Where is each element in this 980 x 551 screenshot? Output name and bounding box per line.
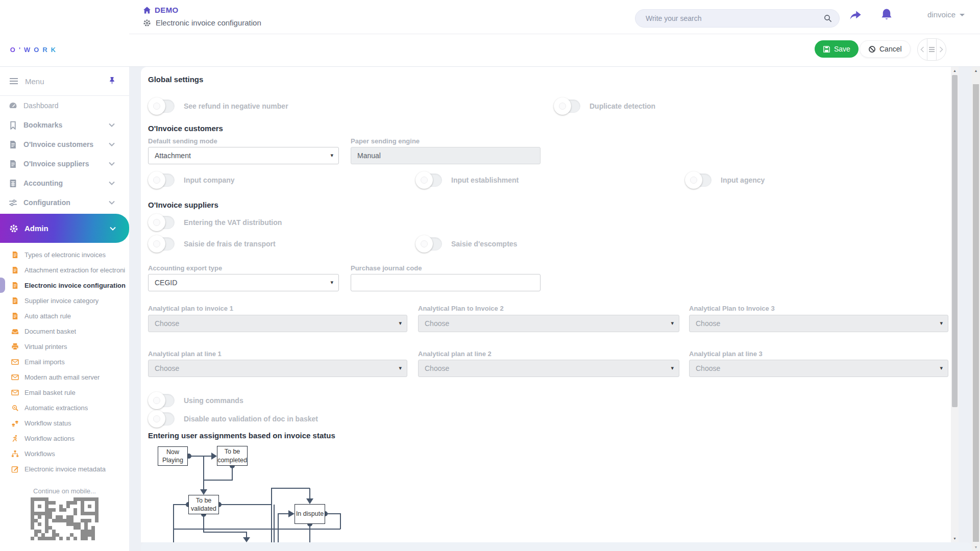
default-sending-mode-select[interactable]: Attachment ▾ <box>148 147 339 164</box>
analytical-plan-line-2-select[interactable]: Choose ▾ <box>418 360 679 377</box>
pager-prev-button[interactable] <box>918 39 927 60</box>
caret-down-icon: ▾ <box>671 320 674 327</box>
submenu-item-automatic-extractions[interactable]: Automatic extractions <box>0 400 129 415</box>
app-logo[interactable]: O'WORK <box>6 4 63 54</box>
save-label: Save <box>834 45 850 53</box>
scroll-down-icon[interactable]: ▼ <box>972 545 980 549</box>
content-scrollbar[interactable]: ▲ ▼ <box>951 67 959 542</box>
toggle-label: Input establishment <box>451 176 519 184</box>
submenu-item-electronic-invoice-configuration[interactable]: Electronic invoice configuration <box>0 278 129 293</box>
submenu-item-document-basket[interactable]: Document basket <box>0 323 129 339</box>
submenu-item-email-basket-rule[interactable]: Email basket rule <box>0 385 129 400</box>
refund-negative-toggle[interactable] <box>149 99 175 113</box>
sidebar-item-accounting[interactable]: Accounting <box>0 173 129 193</box>
paper-sending-engine-input[interactable] <box>351 147 541 164</box>
workflow-node-now-playing[interactable]: Now Playing <box>158 446 188 466</box>
search-input[interactable] <box>635 14 824 22</box>
submenu-item-supplier-invoice-category[interactable]: Supplier invoice category <box>0 293 129 308</box>
cancel-button[interactable]: Cancel <box>860 40 911 58</box>
pin-icon[interactable] <box>108 76 116 85</box>
toggle-label: Input company <box>184 176 235 184</box>
document-icon <box>11 297 19 305</box>
mountain-logo-icon <box>13 4 57 45</box>
accounting-export-type-select[interactable]: CEGID ▾ <box>148 274 339 291</box>
disable-auto-validation-toggle[interactable] <box>149 412 175 425</box>
sidebar-item-configuration[interactable]: Configuration <box>0 193 129 212</box>
submenu-item-workflow-actions[interactable]: Workflow actions <box>0 431 129 446</box>
gear-icon <box>143 19 151 27</box>
submenu-item-virtual-printers[interactable]: Virtual printers <box>0 339 129 354</box>
notifications-button[interactable] <box>880 8 893 21</box>
scrollbar-thumb[interactable] <box>952 75 958 407</box>
analytical-plan-invoice-2-select[interactable]: Choose ▾ <box>418 315 679 332</box>
duplicate-detection-toggle[interactable] <box>555 99 580 113</box>
cancel-label: Cancel <box>879 45 902 53</box>
field-label-accounting-export-type: Accounting export type <box>148 264 222 272</box>
scrollbar-thumb[interactable] <box>973 84 979 542</box>
sidebar-item-oinvoice-suppliers[interactable]: O'Invoice suppliers <box>0 154 129 173</box>
submenu-item-attachment-extraction[interactable]: Attachment extraction for electroni <box>0 262 129 278</box>
breadcrumb-home[interactable]: DEMO <box>143 6 179 14</box>
mail-icon <box>11 358 19 366</box>
analytical-plan-line-1-select[interactable]: Choose ▾ <box>148 360 407 377</box>
field-label-analytical-plan-line-3: Analytical plan at line 3 <box>689 350 763 358</box>
share-button[interactable] <box>849 9 862 21</box>
scroll-down-icon[interactable]: ▼ <box>951 537 959 540</box>
caret-down-icon: ▾ <box>671 365 674 371</box>
mail-icon <box>11 389 19 396</box>
submenu-item-electronic-invoice-metadata[interactable]: Electronic invoice metadata <box>0 461 129 477</box>
workflow-node-to-be-validated[interactable]: To be validated <box>188 495 219 514</box>
document-icon <box>11 266 19 274</box>
record-pager <box>917 38 946 61</box>
hamburger-icon[interactable] <box>9 78 18 85</box>
printer-icon <box>11 343 19 350</box>
inbox-icon <box>11 328 19 335</box>
document-icon <box>9 160 17 168</box>
page-scrollbar[interactable]: ▲ ▼ <box>972 67 980 551</box>
sidebar-item-label: Bookmarks <box>23 121 62 129</box>
user-menu[interactable]: dinvoice <box>927 10 965 19</box>
sidebar-item-admin[interactable]: Admin <box>0 214 129 243</box>
submenu-item-modern-auth-email-server[interactable]: Modern auth email server <box>0 369 129 385</box>
scroll-up-icon[interactable]: ▲ <box>972 69 980 72</box>
chevron-down-icon <box>109 162 115 166</box>
discount-entry-toggle[interactable] <box>416 237 442 251</box>
save-button[interactable]: Save <box>815 40 859 58</box>
toggle-label: Entering the VAT distribution <box>184 218 282 227</box>
submenu-item-auto-attach-rule[interactable]: Auto attach rule <box>0 308 129 323</box>
input-company-toggle[interactable] <box>149 173 175 187</box>
input-establishment-toggle[interactable] <box>416 173 442 187</box>
submenu-item-types-of-electronic-invoices[interactable]: Types of electronic invoices <box>0 247 129 262</box>
global-search <box>635 9 840 28</box>
workflow-node-in-dispute[interactable]: In dispute <box>295 504 325 524</box>
sidebar-item-bookmarks[interactable]: Bookmarks <box>0 115 129 135</box>
toggle-label: Input agency <box>721 176 765 184</box>
workflow-connectors <box>141 439 498 542</box>
analytical-plan-invoice-1-select[interactable]: Choose ▾ <box>148 315 407 332</box>
section-title-oinvoice-customers: O'Invoice customers <box>148 124 223 133</box>
calculator-icon <box>9 179 17 188</box>
submenu-item-workflows[interactable]: Workflows <box>0 446 129 461</box>
analytical-plan-invoice-3-select[interactable]: Choose ▾ <box>689 315 948 332</box>
input-agency-toggle[interactable] <box>686 173 712 187</box>
pager-list-button[interactable] <box>927 39 937 60</box>
vat-distribution-toggle[interactable] <box>149 216 175 229</box>
submenu-item-email-imports[interactable]: Email imports <box>0 354 129 369</box>
pager-next-button[interactable] <box>937 39 946 60</box>
transport-fees-toggle[interactable] <box>149 237 175 251</box>
scroll-up-icon[interactable]: ▲ <box>951 69 959 72</box>
admin-label: Admin <box>24 224 48 233</box>
workflow-node-to-be-completed[interactable]: To be completed <box>217 446 248 466</box>
sidebar-item-label: Dashboard <box>23 102 59 110</box>
chevron-down-icon <box>109 201 115 205</box>
submenu-item-workflow-status[interactable]: Workflow status <box>0 415 129 431</box>
sidebar-item-dashboard[interactable]: Dashboard <box>0 96 129 115</box>
purchase-journal-code-input[interactable] <box>351 274 541 291</box>
using-commands-toggle[interactable] <box>149 394 175 407</box>
analytical-plan-line-3-select[interactable]: Choose ▾ <box>689 360 948 377</box>
bottom-strip <box>141 542 972 551</box>
sidebar-item-oinvoice-customers[interactable]: O'Invoice customers <box>0 135 129 154</box>
chevron-down-icon <box>110 227 116 231</box>
caret-down-icon: ▾ <box>399 365 402 371</box>
search-icon[interactable] <box>824 14 832 22</box>
